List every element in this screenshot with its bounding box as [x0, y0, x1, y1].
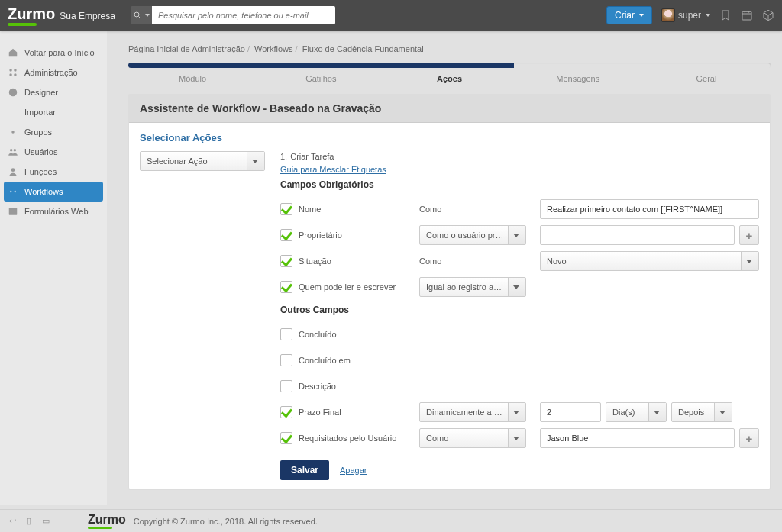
- avatar: [661, 8, 675, 22]
- field-row-description: Descrição: [280, 373, 759, 399]
- user-menu[interactable]: super: [661, 8, 710, 22]
- field-row-owner: Proprietário Como o usuário proprietário…: [280, 222, 759, 248]
- step-module[interactable]: Módulo: [128, 68, 257, 92]
- breadcrumb-admin[interactable]: Página Inicial de Administração: [128, 44, 245, 53]
- due-type-select[interactable]: Dinamicamente a partir de: [419, 402, 526, 422]
- svg-line-1: [138, 17, 141, 19]
- due-number-input[interactable]: [540, 402, 601, 422]
- sidebar-item-import[interactable]: Importar: [0, 102, 107, 122]
- svg-point-12: [11, 131, 15, 134]
- step-general[interactable]: Geral: [642, 68, 771, 92]
- footer-logo: Zurmo: [88, 513, 126, 529]
- checkbox-completed-on[interactable]: [280, 354, 292, 366]
- step-actions[interactable]: Ações: [385, 68, 513, 92]
- package-icon[interactable]: [762, 9, 774, 21]
- due-direction-select[interactable]: Depois: [671, 402, 732, 422]
- merge-tags-link[interactable]: Guia para Mesclar Etiquetas: [280, 165, 386, 174]
- requested-by-type-select[interactable]: Como: [419, 428, 526, 448]
- svg-point-15: [11, 168, 15, 172]
- owner-add-button[interactable]: +: [739, 225, 759, 245]
- sidebar-item-users[interactable]: Usuários: [0, 142, 107, 162]
- svg-point-9: [14, 73, 17, 76]
- name-input[interactable]: [540, 199, 759, 219]
- owner-value-input[interactable]: [540, 225, 735, 245]
- checkbox-name[interactable]: [280, 203, 292, 215]
- field-row-completed-on: Concluído em: [280, 347, 759, 373]
- svg-rect-16: [9, 208, 18, 214]
- svg-rect-2: [742, 11, 751, 20]
- calendar-icon[interactable]: [741, 9, 753, 21]
- top-bar: ZurmoSua Empresa Criar super: [0, 0, 782, 31]
- owner-type-select[interactable]: Como o usuário proprietário: [419, 225, 526, 245]
- checkbox-status[interactable]: [280, 255, 292, 267]
- save-button[interactable]: Salvar: [280, 460, 329, 480]
- svg-point-0: [134, 12, 139, 17]
- svg-point-14: [14, 149, 16, 152]
- field-row-name: Nome Como: [280, 196, 759, 222]
- svg-point-8: [9, 73, 12, 76]
- status-value-select[interactable]: Novo: [540, 251, 759, 271]
- search-scope-dropdown[interactable]: [131, 6, 152, 24]
- sidebar-item-home[interactable]: Voltar para o Início: [0, 43, 107, 63]
- logout-icon[interactable]: ↩: [9, 516, 16, 526]
- svg-point-6: [9, 69, 12, 72]
- create-button[interactable]: Criar: [606, 6, 652, 24]
- workflow-panel: Assistente de Workflow - Baseado na Grav…: [128, 94, 771, 490]
- checkbox-owner[interactable]: [280, 229, 292, 241]
- field-row-permissions: Quem pode ler e escrever Igual ao regist…: [280, 274, 759, 300]
- field-row-due: Prazo Final Dinamicamente a partir de Di…: [280, 399, 759, 425]
- recent-icon[interactable]: [719, 9, 732, 21]
- requested-by-add-button[interactable]: +: [739, 428, 759, 448]
- step-messages[interactable]: Mensagens: [514, 68, 642, 92]
- requested-by-input[interactable]: [540, 428, 735, 448]
- svg-point-13: [10, 149, 12, 152]
- checkbox-description[interactable]: [280, 380, 292, 392]
- breadcrumb-workflows[interactable]: Workflows: [254, 44, 293, 53]
- checkbox-completed[interactable]: [280, 328, 292, 340]
- sidebar-item-designer[interactable]: Designer: [0, 82, 107, 102]
- sidebar: Voltar para o Início Administração Desig…: [0, 31, 107, 505]
- sidebar-item-roles[interactable]: Funções: [0, 162, 107, 182]
- checkbox-requested-by[interactable]: [280, 432, 292, 444]
- field-row-status: Situação Como Novo: [280, 248, 759, 274]
- wizard-steps: Módulo Gatilhos Ações Mensagens Geral: [128, 63, 771, 92]
- footer-copyright: Copyright © Zurmo Inc., 2018. All rights…: [134, 517, 318, 526]
- panel-title: Assistente de Workflow - Baseado na Grav…: [129, 95, 770, 123]
- section-title: Selecionar Ações: [140, 132, 759, 143]
- brand-logo: ZurmoSua Empresa: [8, 5, 115, 26]
- desktop-icon[interactable]: ▭: [42, 516, 50, 526]
- due-unit-select[interactable]: Dia(s): [606, 402, 667, 422]
- delete-link[interactable]: Apagar: [340, 466, 367, 475]
- footer: ↩ ▯ ▭ Zurmo Copyright © Zurmo Inc., 2018…: [0, 509, 782, 532]
- sidebar-item-workflows[interactable]: Workflows: [4, 182, 103, 202]
- sidebar-item-webforms[interactable]: Formulários Web: [0, 202, 107, 221]
- main-content: Página Inicial de Administração/ Workflo…: [107, 31, 782, 505]
- checkbox-permissions[interactable]: [280, 281, 292, 293]
- field-row-completed: Concluído: [280, 321, 759, 347]
- checkbox-due[interactable]: [280, 406, 292, 418]
- sidebar-item-groups[interactable]: Grupos: [0, 122, 107, 142]
- other-fields-header: Outros Campos: [280, 305, 759, 315]
- breadcrumb: Página Inicial de Administração/ Workflo…: [128, 44, 771, 53]
- step-triggers[interactable]: Gatilhos: [257, 68, 385, 92]
- required-fields-header: Campos Obrigatórios: [280, 179, 759, 190]
- field-row-requested-by: Requisitados pelo Usuário Como +: [280, 425, 759, 451]
- global-search: [131, 6, 335, 24]
- mobile-icon[interactable]: ▯: [27, 516, 31, 526]
- search-input[interactable]: [152, 6, 335, 24]
- permissions-type-select[interactable]: Igual ao registro acionado: [419, 277, 526, 297]
- rule-header: 1.Criar Tarefa: [280, 151, 759, 162]
- search-icon: [133, 11, 142, 20]
- svg-point-11: [11, 91, 15, 94]
- action-type-select[interactable]: Selecionar Ação: [140, 151, 265, 171]
- breadcrumb-current: Fluxo de Cadência Fundamental: [302, 44, 424, 53]
- sidebar-item-admin[interactable]: Administração: [0, 63, 107, 82]
- svg-point-7: [14, 69, 17, 72]
